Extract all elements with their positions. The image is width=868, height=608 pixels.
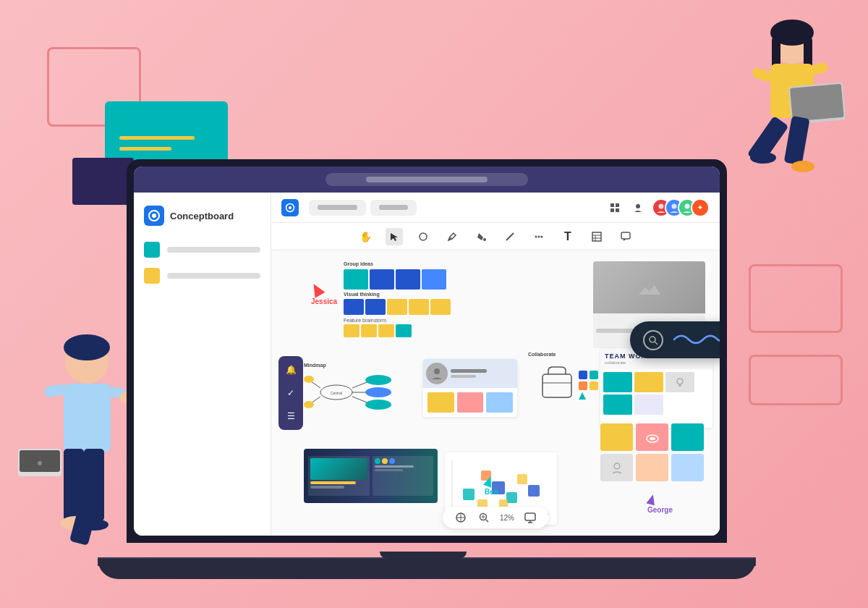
- sticky-row-2: [344, 299, 481, 315]
- tool-comment[interactable]: [617, 228, 634, 245]
- jessica-label: Jessica: [311, 297, 337, 305]
- mindmap-label: Mindmap: [304, 363, 409, 368]
- svg-point-35: [636, 204, 640, 208]
- sticky-lblue-1: [422, 269, 446, 290]
- tool-text[interactable]: T: [559, 228, 576, 245]
- svg-rect-67: [579, 371, 587, 379]
- svg-point-45: [541, 235, 543, 237]
- canvas[interactable]: 🔔 ✓ ☰ Jessica Group ideas: [271, 250, 720, 536]
- sidebar-item-2[interactable]: [144, 268, 260, 284]
- persona-body: [423, 388, 517, 417]
- deco-dark-rect: [72, 158, 134, 205]
- presentation-bg: [304, 449, 438, 503]
- svg-point-37: [672, 203, 677, 208]
- svg-rect-76: [463, 489, 475, 500]
- george-label: George: [647, 506, 673, 514]
- deco-line-2: [119, 147, 171, 151]
- svg-rect-2: [64, 384, 111, 452]
- svg-point-25: [750, 152, 776, 164]
- presentation-cluster: [304, 449, 438, 503]
- svg-point-38: [685, 203, 690, 208]
- bottom-toolbar: 12%: [443, 507, 548, 528]
- tool-fill[interactable]: [472, 228, 490, 245]
- jessica-arrow-icon: [309, 281, 326, 298]
- pres-slide-1: [308, 456, 370, 496]
- toolbar-grid-icon[interactable]: [605, 198, 624, 217]
- dot-2: [382, 458, 388, 464]
- svg-rect-69: [590, 371, 598, 379]
- svg-point-71: [677, 379, 683, 384]
- avatar-group: ✦: [652, 198, 710, 217]
- rsq-peach: [636, 454, 668, 481]
- tool-select[interactable]: [386, 228, 403, 245]
- mini-tool-bell[interactable]: 🔔: [283, 362, 299, 378]
- svg-rect-50: [621, 232, 630, 239]
- collaborate-cluster: Collaborate: [528, 352, 608, 410]
- svg-point-55: [365, 375, 391, 385]
- svg-rect-19: [751, 67, 773, 83]
- canvas-area: ✦ ✋: [271, 193, 720, 536]
- sidebar-bar-1: [167, 247, 260, 253]
- sidebar-color-1: [144, 242, 160, 258]
- tool-more[interactable]: [530, 228, 548, 245]
- sidebar-bar-2: [167, 273, 260, 279]
- pres-bar-1: [310, 481, 356, 484]
- mini-toolbar[interactable]: 🔔 ✓ ☰: [278, 356, 303, 430]
- persona-info: [451, 369, 514, 378]
- teamwork-cluster: TEAM WORK collaborate: [600, 348, 712, 428]
- toolbar-tab-2[interactable]: [370, 200, 417, 216]
- svg-point-28: [152, 214, 156, 218]
- rsq-pink: [636, 423, 668, 451]
- tool-hand[interactable]: ✋: [357, 228, 374, 245]
- dot-3: [389, 458, 395, 464]
- logo-icon: [144, 206, 164, 226]
- svg-line-97: [486, 520, 488, 522]
- bottom-screen-icon[interactable]: [523, 510, 537, 525]
- ben-arrow-icon: [483, 475, 495, 487]
- drawing-toolbar: ✋: [271, 223, 720, 250]
- sticky-blue-4: [365, 299, 386, 315]
- laptop: Conceptboard: [127, 159, 727, 579]
- toolbar-person-icon[interactable]: [629, 198, 647, 217]
- sticky-row-3: [344, 324, 481, 337]
- svg-point-59: [365, 400, 391, 410]
- visual-thinking-label: Visual thinking: [344, 292, 481, 297]
- right-squares-cluster: [600, 423, 712, 503]
- svg-line-58: [352, 397, 369, 403]
- rsq-teal-1: [671, 423, 704, 451]
- sticky-row-1: [344, 269, 481, 290]
- sidebar-item-1[interactable]: [144, 242, 260, 258]
- search-popup[interactable]: [630, 321, 720, 358]
- tool-shapes[interactable]: [414, 228, 432, 245]
- svg-rect-100: [525, 513, 535, 520]
- sticky-blue-2: [396, 269, 420, 290]
- teamwork-cards: [600, 369, 712, 418]
- persona-cluster: [423, 359, 517, 417]
- toolbar-tab-1[interactable]: [309, 200, 366, 216]
- tool-pen[interactable]: [443, 228, 461, 245]
- mini-tool-list[interactable]: ☰: [283, 408, 299, 424]
- deco-right-square-2: [749, 355, 843, 405]
- brainstorm-cluster: Group ideas Visual thinking: [344, 261, 481, 337]
- image-placeholder-1: [593, 261, 705, 313]
- deco-line-1: [119, 136, 195, 140]
- sticky-blue-1: [370, 269, 394, 290]
- sticky-yellow-4: [344, 324, 359, 337]
- svg-point-57: [365, 387, 391, 397]
- svg-point-39: [420, 233, 427, 240]
- pres-line-2: [375, 469, 403, 471]
- mini-tool-check[interactable]: ✓: [283, 385, 299, 401]
- pres-slide-2: [373, 456, 434, 496]
- avatar-4: ✦: [691, 198, 710, 217]
- svg-rect-65: [542, 374, 571, 397]
- address-bar[interactable]: [326, 173, 528, 186]
- search-squiggle: [671, 329, 720, 351]
- svg-rect-31: [610, 203, 614, 207]
- right-squares-grid: [600, 423, 712, 481]
- bottom-navigate-icon[interactable]: [454, 510, 468, 525]
- tw-card-teal-1: [603, 372, 632, 392]
- mindmap-cluster: Mindmap Central: [304, 363, 409, 413]
- bottom-zoomin-icon[interactable]: [477, 510, 491, 525]
- tool-table[interactable]: [588, 228, 605, 245]
- tool-line[interactable]: [501, 228, 519, 245]
